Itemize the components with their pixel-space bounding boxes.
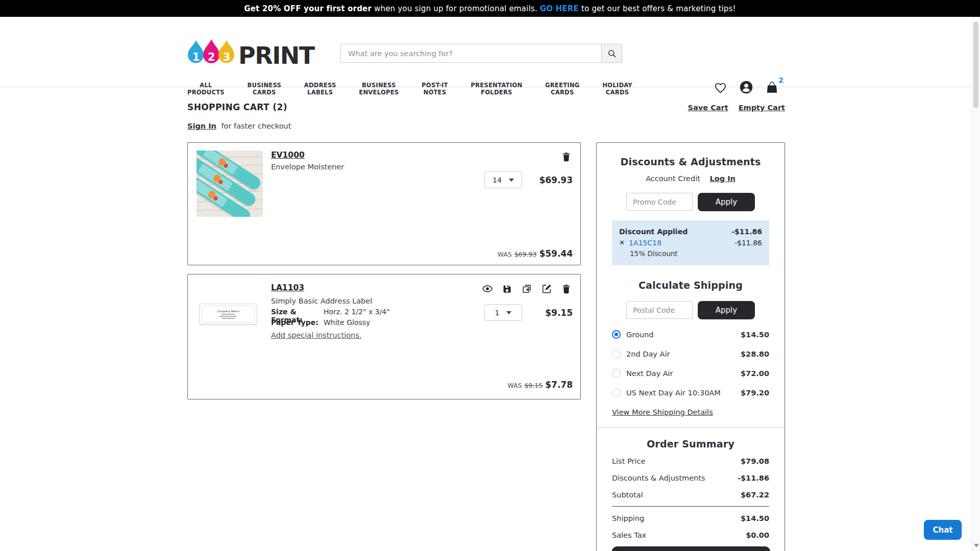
sale-price: $59.44: [539, 248, 573, 259]
promo-apply-button[interactable]: Apply: [698, 193, 755, 211]
postal-code-row: Apply: [597, 301, 785, 319]
nav-greeting-cards[interactable]: GREETINGCARDS: [545, 82, 580, 96]
item-sku-link[interactable]: LA1103: [271, 283, 304, 292]
remove-discount-icon[interactable]: ✕: [619, 237, 625, 248]
scrollbar[interactable]: [972, 0, 980, 551]
search-bar: [340, 44, 622, 63]
promo-code-input[interactable]: [626, 193, 693, 211]
promo-text-2: to get our best offers & marketing tips!: [581, 4, 736, 13]
radio[interactable]: [612, 349, 621, 358]
shipping-option-2nd-day: 2nd Day Air $28.80: [597, 349, 785, 358]
save-item-button[interactable]: [502, 284, 512, 294]
shipping-apply-button[interactable]: Apply: [698, 301, 755, 319]
nav-post-it-notes[interactable]: POST-ITNOTES: [422, 82, 448, 96]
item-sale-line: WAS $69.93 $59.44: [497, 248, 573, 259]
product-image-ev1000[interactable]: [197, 151, 263, 217]
radio[interactable]: [612, 388, 621, 397]
chevron-down-icon: [509, 179, 514, 182]
summary-row-subtotal: Subtotal$67.22: [597, 490, 785, 500]
trash-icon: [561, 284, 572, 294]
checkout-button[interactable]: [612, 546, 770, 551]
nav-business-envelopes[interactable]: BUSINESSENVELOPES: [359, 82, 399, 96]
search-button[interactable]: [601, 44, 622, 63]
wishlist-button[interactable]: [714, 81, 727, 94]
nav-presentation-folders[interactable]: PRESENTATIONFOLDERS: [471, 82, 522, 96]
search-input[interactable]: [340, 44, 601, 63]
heart-icon: [714, 81, 727, 94]
promo-text: when you sign up for promotional emails.: [374, 4, 537, 13]
svg-text:3: 3: [223, 51, 231, 63]
svg-text:1: 1: [192, 51, 200, 63]
discount-applied-box: Discount Applied -$11.86 ✕ 1A15C18 -$11.…: [612, 220, 769, 265]
paper-type-row: Paper Type: White Glossy: [271, 318, 370, 327]
item-price: $69.93: [539, 175, 573, 185]
sale-price: $7.78: [545, 380, 573, 390]
duplicate-item-button[interactable]: [521, 283, 532, 294]
cart-bag-icon: [765, 81, 779, 94]
chevron-down-icon: [506, 311, 511, 314]
delete-item-button[interactable]: [561, 152, 572, 162]
empty-cart-link[interactable]: Empty Cart: [739, 104, 785, 112]
logo[interactable]: 1 2 3 PRINT: [187, 39, 314, 69]
cart-count-badge: 2: [778, 76, 783, 84]
edit-item-button[interactable]: [541, 283, 552, 294]
nav-business-cards[interactable]: BUSINESSCARDS: [248, 82, 282, 96]
item-sale-line: WAS $9.15 $7.78: [507, 380, 573, 390]
radio[interactable]: [612, 369, 621, 378]
item-name: Simply Basic Address Label: [271, 297, 372, 305]
postal-code-input[interactable]: [626, 301, 693, 319]
shipping-title: Calculate Shipping: [597, 280, 785, 291]
cart-item-la1103: Company Name LA1103: [187, 274, 581, 399]
sign-in-link[interactable]: Sign In: [187, 122, 216, 130]
eye-icon: [482, 283, 493, 294]
account-icon: [739, 80, 753, 94]
cart-item-ev1000: EV1000 Envelope Moistener 14 $69.93 WAS …: [187, 142, 581, 265]
delete-item-button[interactable]: [561, 284, 572, 294]
discount-applied-label: Discount Applied: [619, 226, 688, 237]
item-sku-link[interactable]: EV1000: [271, 151, 305, 160]
special-instructions-link[interactable]: Add special instructions.: [271, 331, 361, 339]
log-in-link[interactable]: Log In: [710, 174, 736, 183]
summary-row-sales-tax: Sales Tax$0.00: [597, 530, 785, 540]
cart-button[interactable]: 2: [765, 81, 779, 94]
chat-button[interactable]: Chat: [924, 520, 962, 540]
label-preview-text: Company Name: [217, 310, 239, 313]
discount-applied-amount: -$11.86: [731, 226, 762, 237]
account-button[interactable]: [739, 80, 753, 94]
quantity-dropdown[interactable]: 14: [484, 171, 522, 188]
scroll-down-arrow-icon[interactable]: [974, 544, 979, 547]
was-price: $9.15: [524, 382, 543, 389]
product-image-la1103[interactable]: Company Name: [199, 304, 257, 324]
account-credit-row: Account Credit Log In: [597, 174, 785, 183]
order-panel: Discounts & Adjustments Account Credit L…: [596, 142, 785, 551]
promo-code-row: Apply: [597, 193, 785, 211]
save-cart-link[interactable]: Save Cart: [688, 104, 728, 112]
preview-item-button[interactable]: [482, 283, 493, 294]
header-icons: 2: [714, 80, 788, 94]
order-summary-title: Order Summary: [597, 438, 785, 449]
sign-in-suffix: for faster checkout: [222, 122, 291, 130]
signin-line: Sign In for faster checkout: [187, 122, 291, 130]
logo-drops-icon: 1 2 3: [187, 39, 236, 69]
quantity-dropdown[interactable]: 1: [484, 304, 522, 321]
search-icon: [607, 48, 617, 59]
cart-actions: Save Cart Empty Cart: [596, 104, 785, 112]
view-more-shipping-link[interactable]: View More Shipping Details: [612, 408, 713, 416]
scrollbar-thumb[interactable]: [973, 21, 978, 108]
panel-divider: [597, 428, 785, 428]
logo-wordmark: PRINT: [238, 42, 314, 69]
item-price: $9.15: [545, 308, 573, 318]
promo-code-link[interactable]: 1A15C18: [629, 237, 662, 248]
discount-code-amount: -$11.86: [734, 237, 762, 248]
summary-row-shipping: Shipping$14.50: [597, 513, 785, 523]
summary-divider: [612, 506, 769, 507]
go-here-link[interactable]: GO HERE: [540, 4, 579, 13]
nav-holiday-cards[interactable]: HOLIDAYCARDS: [602, 82, 632, 96]
nav-all-products[interactable]: ALLPRODUCTS: [187, 82, 225, 96]
shipping-option-ground: Ground $14.50: [597, 330, 785, 339]
copy-plus-icon: [521, 283, 532, 294]
radio-selected[interactable]: [612, 330, 621, 339]
discount-description: 15% Discount: [630, 248, 762, 259]
edit-icon: [541, 283, 552, 294]
nav-address-labels[interactable]: ADDRESSLABELS: [304, 82, 336, 96]
